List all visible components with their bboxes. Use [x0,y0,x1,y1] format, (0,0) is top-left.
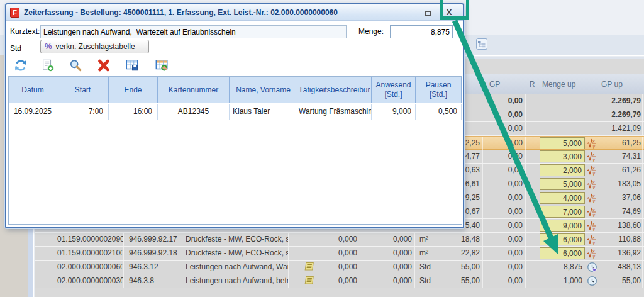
bg-cell-m1: 0,000 [327,233,360,246]
menge-up-cell[interactable]: 8,875 [540,261,585,274]
formula-icon[interactable]: xy [587,193,598,204]
bg-cell-gp-up: 1.421,09 [599,122,643,135]
bg-cell-ep: 55,00 [433,274,483,288]
svg-text:y: y [592,144,596,148]
svg-text:y: y [592,213,596,217]
new-entry-icon[interactable] [41,59,55,72]
dialog-title: Zeiterfassung - Bestellung: 4500001111, … [24,4,413,21]
svg-text:y: y [592,185,596,189]
bg-cell-m1: 0,000 [327,247,360,260]
formula-icon[interactable]: xy [587,206,598,218]
bg-cell-pos: 02.000.0000000060 [53,261,124,274]
percent-icon: % [45,42,52,51]
menge-up-cell[interactable]: 3,000 [540,150,585,162]
time-grid-header-6[interactable]: Anwesend [Std.] [372,77,416,103]
menge-up-cell[interactable]: 5,000 [540,178,585,190]
formula-icon[interactable]: xy [587,138,598,149]
time-grid-header-4[interactable]: Name, Vorname [230,77,297,103]
bg-cell-me: m² [418,233,431,246]
tree-view-icon[interactable] [476,38,487,50]
time-grid-header-7[interactable]: Pausen [Std.] [416,77,462,103]
menge-up-cell[interactable]: 1,000 [540,274,585,288]
bg-cell-gp: 0,00 [484,191,526,205]
formula-icon[interactable]: xy [587,179,598,190]
column-header-menge-up[interactable]: Menge up [542,74,575,94]
time-entries-grid: DatumStartEndeKartennummerName, VornameT… [8,76,462,225]
bg-cell-me: m² [418,247,431,260]
refresh-icon[interactable] [14,59,28,72]
menge-up-cell[interactable]: 2,000 [540,164,585,176]
bg-cell-artnr: 946.3.12 [126,261,180,274]
time-grid-header-0[interactable]: Datum [9,77,57,103]
menge-input[interactable] [390,25,453,38]
menge-up-cell[interactable]: 6,000 [540,233,585,245]
screen: GP R Menge up GP up 0,002.269,790,002.26… [0,0,644,297]
time-grid-header-3[interactable]: Kartennummer [158,77,230,103]
column-header-gp[interactable]: GP [489,74,500,94]
bg-cell-gp: 0,00 [484,122,526,135]
svg-text:y: y [592,254,596,259]
search-icon[interactable] [69,59,82,72]
formula-icon[interactable]: xy [587,234,598,245]
time-grid-cell-6[interactable]: 9,000 [372,104,416,120]
time-grid-cell-5[interactable]: Wartung Fräsmaschine [297,104,372,120]
time-grid-header-1[interactable]: Start [57,77,109,103]
bg-cell-gp-up: 37,06 [599,191,643,205]
save-table-icon[interactable] [125,59,139,72]
bg-cell-m2: 0,000 [362,233,415,246]
note-icon[interactable] [304,276,315,287]
formula-icon[interactable]: xy [587,165,598,176]
bg-cell-gp-up: 488,13 [599,261,643,274]
bg-cell-pos: 01.159.0000002090 [53,233,124,246]
bg-cell-gp: 0,00 [484,247,526,260]
svg-text:y: y [592,199,596,203]
menge-up-cell[interactable]: 5,000 [540,137,585,149]
time-grid-cell-4[interactable]: Klaus Taler [230,104,297,120]
bg-cell-ep: 55,00 [433,261,483,274]
bg-cell-gp-up: 2.269,79 [599,108,643,121]
bg-cell-artnr: 946.999.92.17 [126,233,180,246]
time-grid-cell-2[interactable]: 16:00 [109,104,158,120]
formula-icon[interactable]: xy [587,151,598,162]
time-grid-header-2[interactable]: Ende [109,77,158,103]
bg-cell-me: Std [418,261,431,274]
clock-arrow-icon[interactable] [587,262,598,273]
column-header-r[interactable]: R [526,74,538,94]
annotation-highlight-box [440,0,469,20]
time-grid-cell-7[interactable]: 0,500 [416,104,462,120]
formula-icon[interactable]: xy [587,248,598,259]
delete-icon[interactable] [97,59,111,72]
bg-table-row[interactable]: 02.000.0000000060946.3.12Leistungen nach… [35,261,644,274]
zuschlagstabelle-button[interactable]: %verkn. Zuschlagstabelle [40,40,149,53]
bg-cell-gp-up: 74,69 [599,205,643,218]
bg-cell-text: Leistungen nach Aufwand, Wartezeit [183,261,289,274]
bg-table-row[interactable]: 01.159.0000002100946.999.92.18Druckfeste… [35,247,644,261]
bg-cell-gp: 0,00 [484,233,526,246]
bg-cell-gp: 0,00 [484,274,526,288]
svg-text:y: y [592,171,596,176]
bg-cell-gp: 0,00 [484,150,526,163]
menge-up-cell[interactable]: 4,000 [540,192,585,204]
svg-text:x: x [592,249,595,254]
maximize-button[interactable] [420,7,435,18]
dialog-titlebar[interactable]: F Zeiterfassung - Bestellung: 4500001111… [6,4,463,21]
menge-label: Menge: [358,27,384,36]
time-grid-cell-0[interactable]: 16.09.2025 [9,104,57,120]
bg-cell-gp-up: 74,31 [599,150,643,163]
column-header-gp-up[interactable]: GP up [601,74,623,94]
time-grid-header-5[interactable]: Tätigkeitsbeschreibur [297,77,372,103]
clock-icon[interactable] [587,276,598,287]
time-grid-cell-3[interactable]: AB12345 [158,104,230,120]
bg-cell-artnr: 946.999.92.18 [126,247,180,260]
formula-icon[interactable]: xy [587,220,598,232]
svg-text:x: x [592,180,595,184]
note-icon[interactable] [304,262,315,273]
kurztext-input[interactable] [40,25,347,38]
menge-up-cell[interactable]: 7,000 [540,206,585,218]
menge-up-cell[interactable]: 9,000 [540,220,585,232]
menge-up-cell[interactable]: 6,000 [540,247,585,259]
refresh-table-icon[interactable] [155,59,169,72]
bg-table-row[interactable]: 02.000.0000000030946.3.8Leistungen nach … [35,274,644,288]
time-grid-cell-1[interactable]: 7:00 [57,104,109,120]
bg-table-row[interactable]: 01.159.0000002090946.999.92.17Druckfeste… [35,233,644,247]
